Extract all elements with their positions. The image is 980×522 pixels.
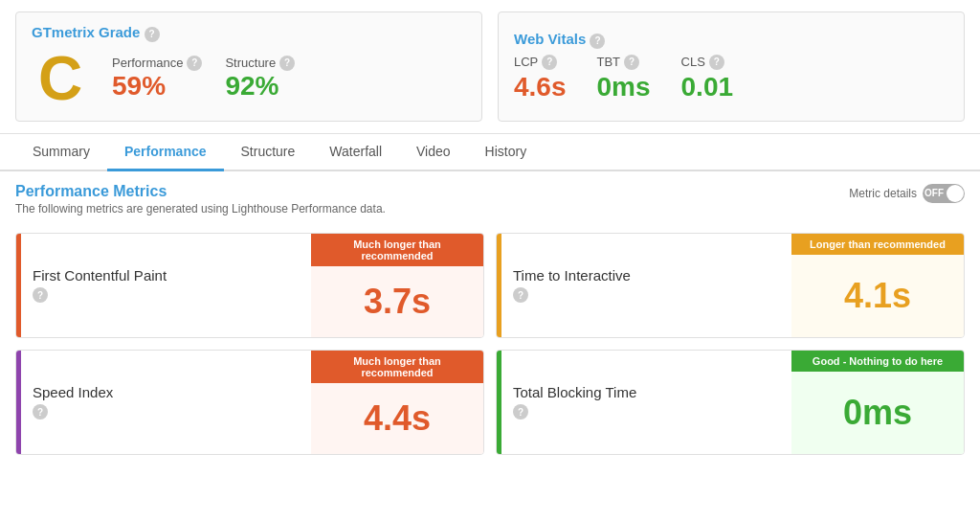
si-value-box: Much longer than recommended 4.4s (311, 351, 483, 454)
structure-label: Structure (225, 56, 276, 70)
metrics-grid: First Contentful Paint ? Much longer tha… (15, 233, 965, 455)
si-badge: Much longer than recommended (311, 351, 483, 383)
si-name: Speed Index ? (21, 351, 311, 454)
grade-letter: C (32, 48, 89, 109)
tab-history[interactable]: History (468, 134, 545, 171)
cls-label: CLS (681, 55, 705, 69)
performance-subtitle: The following metrics are generated usin… (15, 202, 386, 216)
gtmetrix-help-icon[interactable]: ? (145, 27, 160, 42)
tti-value: 4.1s (791, 255, 964, 337)
structure-help-icon[interactable]: ? (279, 56, 295, 71)
metric-card-fcp: First Contentful Paint ? Much longer tha… (15, 233, 484, 338)
metric-card-si: Speed Index ? Much longer than recommend… (15, 350, 484, 455)
metric-details-toggle[interactable]: Metric details OFF (849, 184, 965, 203)
web-vitals-help-icon[interactable]: ? (590, 34, 605, 49)
metric-details-label: Metric details (849, 187, 917, 200)
structure-value: 92% (225, 71, 295, 102)
performance-section: Performance Metrics The following metric… (0, 171, 980, 466)
tab-performance[interactable]: Performance (107, 134, 224, 171)
toggle-knob (947, 185, 964, 202)
tab-summary[interactable]: Summary (15, 134, 107, 171)
tti-name: Time to Interactive ? (501, 234, 791, 337)
web-vitals-title: Web Vitals (514, 31, 586, 47)
tti-help-icon[interactable]: ? (513, 287, 528, 303)
tbt-badge: Good - Nothing to do here (791, 351, 964, 372)
si-help-icon[interactable]: ? (33, 404, 48, 420)
tbt-label: TBT (597, 55, 621, 69)
tbt-name: Total Blocking Time ? (501, 351, 791, 454)
tab-waterfall[interactable]: Waterfall (312, 134, 399, 171)
toggle-switch[interactable]: OFF (923, 184, 965, 203)
fcp-help-icon[interactable]: ? (33, 287, 48, 303)
performance-value: 59% (112, 71, 202, 102)
tbt-help-icon[interactable]: ? (624, 55, 639, 70)
fcp-value: 3.7s (311, 266, 483, 337)
performance-label: Performance (112, 56, 183, 70)
tbt-value: 0ms (597, 72, 651, 102)
lcp-label: LCP (514, 55, 538, 69)
gtmetrix-grade-title: GTmetrix Grade (32, 24, 140, 40)
cls-value: 0.01 (681, 72, 734, 102)
tbt-metric-help-icon[interactable]: ? (513, 404, 528, 420)
metric-card-tbt: Total Blocking Time ? Good - Nothing to … (496, 350, 965, 455)
toggle-off-label: OFF (924, 188, 944, 198)
tbt-value-box: Good - Nothing to do here 0ms (791, 351, 964, 454)
performance-help-icon[interactable]: ? (187, 56, 202, 71)
tab-video[interactable]: Video (399, 134, 468, 171)
tti-badge: Longer than recommended (791, 234, 964, 255)
lcp-help-icon[interactable]: ? (542, 55, 557, 70)
fcp-value-box: Much longer than recommended 3.7s (311, 234, 483, 337)
fcp-badge: Much longer than recommended (311, 234, 483, 266)
tti-value-box: Longer than recommended 4.1s (791, 234, 964, 337)
performance-section-title: Performance Metrics (15, 183, 965, 200)
si-value: 4.4s (311, 383, 483, 454)
tab-structure[interactable]: Structure (224, 134, 313, 171)
tbt-value: 0ms (791, 372, 964, 454)
tabs-bar: Summary Performance Structure Waterfall … (0, 134, 980, 171)
fcp-name: First Contentful Paint ? (21, 234, 311, 337)
lcp-value: 4.6s (514, 72, 567, 102)
cls-help-icon[interactable]: ? (709, 55, 724, 70)
metric-card-tti: Time to Interactive ? Longer than recomm… (496, 233, 965, 338)
